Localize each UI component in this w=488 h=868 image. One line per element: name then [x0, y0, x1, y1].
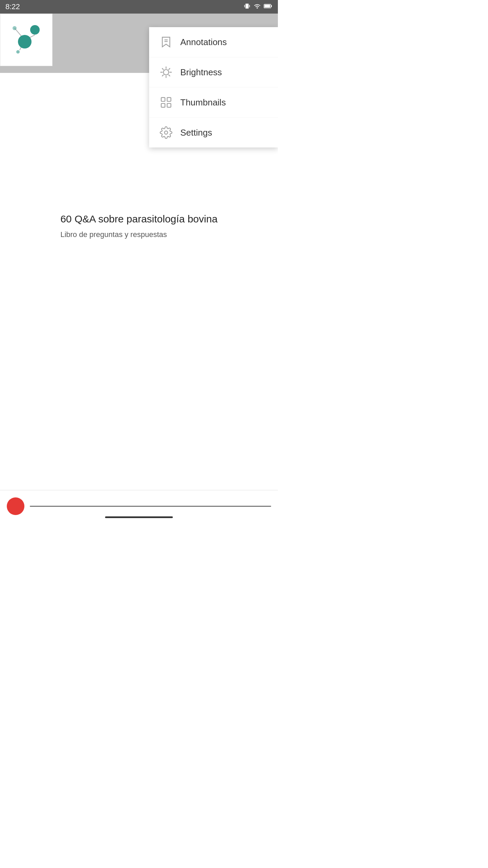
- progress-line: [30, 506, 271, 507]
- status-icons: [243, 2, 272, 12]
- svg-point-12: [18, 35, 32, 48]
- menu-item-annotations[interactable]: Annotations: [149, 27, 278, 57]
- svg-rect-2: [249, 5, 250, 7]
- book-cover-svg: [6, 20, 47, 60]
- brightness-label: Brightness: [180, 67, 222, 78]
- annotations-label: Annotations: [180, 37, 227, 47]
- book-subtitle: Libro de preguntas y respuestas: [60, 230, 218, 239]
- svg-line-25: [162, 75, 163, 76]
- vibrate-icon: [243, 2, 251, 12]
- status-time: 8:22: [5, 2, 20, 11]
- home-indicator: [105, 516, 173, 518]
- svg-point-3: [257, 7, 258, 8]
- record-button[interactable]: [7, 497, 24, 515]
- settings-label: Settings: [180, 127, 212, 138]
- book-main-title: 60 Q&A sobre parasitología bovina: [60, 212, 218, 226]
- header-area: Annotations Brightness: [0, 14, 278, 73]
- gear-icon: [159, 125, 174, 140]
- svg-rect-0: [245, 3, 248, 8]
- svg-rect-6: [271, 5, 272, 7]
- svg-point-13: [13, 26, 17, 30]
- book-thumbnail[interactable]: [0, 14, 53, 66]
- wifi-icon: [253, 3, 261, 11]
- battery-icon: [264, 3, 272, 11]
- menu-item-brightness[interactable]: Brightness: [149, 57, 278, 87]
- svg-line-24: [169, 68, 170, 70]
- svg-point-17: [163, 70, 169, 75]
- status-bar: 8:22: [0, 0, 278, 14]
- thumbnails-label: Thumbnails: [180, 97, 226, 108]
- svg-rect-27: [167, 98, 171, 101]
- svg-point-30: [164, 131, 168, 134]
- svg-rect-29: [167, 103, 171, 107]
- svg-rect-26: [161, 98, 165, 101]
- svg-point-14: [16, 50, 20, 54]
- brightness-icon: [159, 65, 174, 80]
- svg-rect-5: [264, 4, 270, 7]
- svg-rect-28: [161, 103, 165, 107]
- menu-item-thumbnails[interactable]: Thumbnails: [149, 87, 278, 118]
- book-title-area: 60 Q&A sobre parasitología bovina Libro …: [47, 198, 231, 253]
- dropdown-menu: Annotations Brightness: [149, 27, 278, 147]
- bookmark-icon: [159, 35, 174, 50]
- svg-line-23: [169, 75, 170, 76]
- menu-item-settings[interactable]: Settings: [149, 118, 278, 147]
- thumbnails-icon: [159, 95, 174, 110]
- svg-line-22: [162, 68, 163, 70]
- svg-point-11: [30, 25, 40, 35]
- svg-rect-1: [244, 5, 245, 7]
